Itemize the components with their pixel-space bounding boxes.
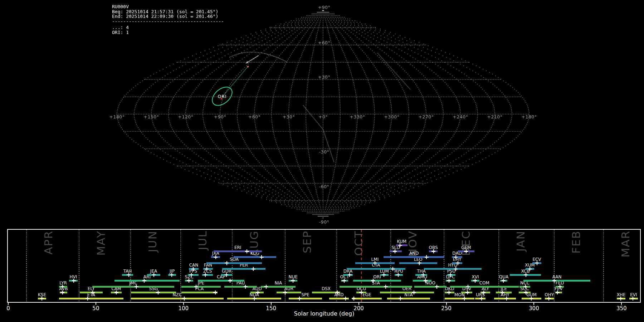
shower-peak-marker-KCG	[260, 255, 264, 259]
month-boundary-line	[498, 230, 499, 302]
shower-bar-AND	[384, 256, 444, 258]
shower-peak-marker-OER	[412, 291, 416, 294]
x-axis-tick	[446, 303, 447, 305]
shower-bar-JPE	[181, 286, 221, 288]
station-id: RU000V	[112, 4, 224, 9]
shower-peak-marker-CTA	[391, 267, 395, 271]
shower-label-KUM: KUM	[397, 239, 407, 244]
lon-label: +90°	[214, 114, 226, 119]
x-axis-tick	[358, 303, 359, 305]
lon-label: +180°	[521, 114, 537, 119]
shower-peak-marker-NZC	[182, 297, 186, 301]
separator: ----------------------------------------	[112, 19, 224, 24]
shower-bar-CAP	[198, 280, 244, 282]
shower-peak-marker-CAP	[228, 279, 232, 283]
shower-label-AAN: AAN	[552, 274, 562, 279]
lon-label: +0°	[318, 114, 328, 119]
shower-bar-SPE	[289, 298, 322, 299]
shower-bar-NOO	[414, 286, 447, 288]
shower-bar-AUR	[277, 292, 301, 293]
shower-label-HVI: HVI	[70, 274, 77, 279]
lon-label: +60°	[248, 114, 261, 119]
shower-peak-marker-NOO	[435, 285, 439, 289]
lat-label: -60°	[319, 184, 330, 189]
x-axis-tick-label: 0	[6, 305, 10, 312]
shower-bar-AAN	[523, 280, 590, 282]
shower-bar-PER	[222, 268, 265, 270]
x-axis-tick-label: 200	[353, 305, 364, 312]
month-boundary-line	[232, 230, 233, 302]
shower-label-TAH: TAH	[123, 269, 132, 274]
lat-label: +90°	[318, 5, 331, 10]
shower-bar-NZC	[131, 298, 224, 299]
session-info: RU000V Beg: 20251014 21:57:31 (sol = 201…	[112, 4, 224, 35]
shower-peak-marker-COM	[466, 285, 470, 289]
x-axis-tick	[271, 303, 272, 305]
x-axis-tick	[533, 303, 534, 305]
x-axis-tick-label: 50	[92, 305, 99, 312]
shower-label-JEA: JEA	[150, 269, 157, 274]
x-axis-tick	[96, 303, 96, 305]
shower-bar-STA	[340, 286, 412, 288]
month-label: JUL	[197, 230, 208, 250]
x-axis-tick-label: 100	[178, 305, 189, 312]
lon-label: +300°	[384, 114, 399, 119]
shower-label-SPE: SPE	[301, 292, 309, 297]
month-label: OCT	[353, 230, 364, 256]
session-end: End: 20251014 22:09:30 (sol = 201.46°)	[112, 14, 224, 19]
shower-bar-JMC	[92, 286, 174, 288]
month-label: SEP	[302, 230, 313, 253]
lon-label: +30°	[283, 114, 295, 119]
shower-label-OBS: OBS	[429, 245, 438, 250]
lon-label: +240°	[453, 114, 468, 119]
shower-bar-PAU	[224, 286, 257, 288]
sporadic-count: ...: 4	[112, 25, 224, 30]
lat-label: -90°	[319, 219, 330, 225]
x-axis-title: Solar longitude (deg)	[294, 310, 355, 317]
x-axis-tick	[183, 303, 184, 305]
shower-bar-NTA	[387, 298, 430, 299]
x-axis-tick-label: 250	[441, 305, 452, 312]
shower-bar-COM	[450, 286, 519, 288]
shower-bar-ERI	[214, 250, 262, 252]
month-label: JAN	[515, 230, 526, 252]
shower-label-JIP: JIP	[170, 269, 175, 274]
shower-peak-marker-ARD	[343, 297, 347, 301]
x-axis-tick-label: 150	[266, 305, 276, 312]
lon-label: +210°	[487, 114, 502, 119]
shower-label-DSX: DSX	[322, 286, 331, 291]
shower-peak-marker-NTA	[399, 297, 402, 301]
shower-bar-CTA	[347, 268, 405, 270]
shower-peak-marker-NIA	[264, 285, 268, 289]
shower-peak-marker-PCA	[213, 291, 217, 294]
shower-label-QUA: QUA	[499, 274, 508, 279]
shower-peak-marker-SPE	[298, 297, 302, 301]
month-boundary-line	[79, 230, 79, 302]
month-label: FEB	[571, 230, 582, 254]
month-label: MAY	[96, 230, 107, 255]
shower-bar-ARI	[114, 280, 180, 282]
shower-peak-marker-SDA	[225, 261, 229, 265]
lat-label: +30°	[318, 74, 331, 80]
shower-label-CAN: CAN	[189, 263, 199, 268]
shower-label-AND: AND	[409, 251, 419, 256]
x-axis-tick-label: 350	[616, 305, 627, 312]
shower-bar-HYD	[424, 268, 482, 270]
month-label: APR	[43, 230, 54, 254]
shower-bar-KCG	[234, 256, 276, 258]
ori-radiant-label: ORI	[218, 94, 226, 99]
shower-label-GEM: GEM	[461, 245, 471, 250]
shower-label-NUE: NUE	[288, 274, 297, 279]
shower-bar-OER	[380, 292, 434, 293]
shower-label-ERI: ERI	[234, 245, 241, 250]
shower-label-OHY: OHY	[545, 292, 554, 297]
shower-label-NIA: NIA	[274, 280, 282, 286]
shower-peak-marker-DSX	[335, 291, 339, 294]
shower-peak-marker-PER	[252, 267, 255, 271]
shower-label-KSE: KSE	[38, 292, 46, 297]
month-label: JUN	[147, 230, 158, 252]
shower-bar-ETA	[59, 298, 123, 299]
month-boundary-line	[130, 230, 131, 302]
month-boundary-line	[180, 230, 181, 302]
shower-bar-MON	[445, 298, 474, 299]
